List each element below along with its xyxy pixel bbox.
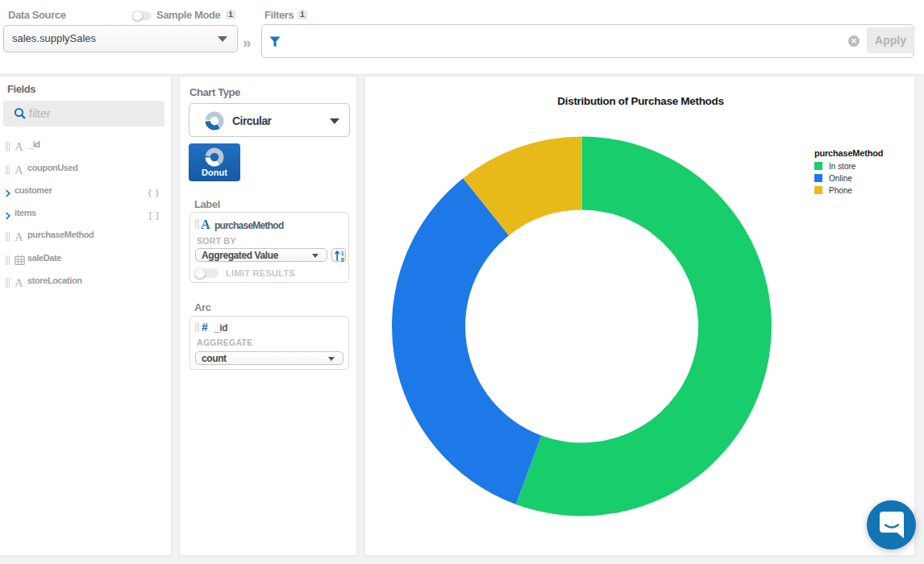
svg-text:1: 1 (341, 251, 344, 256)
svg-text:9: 9 (341, 257, 344, 263)
